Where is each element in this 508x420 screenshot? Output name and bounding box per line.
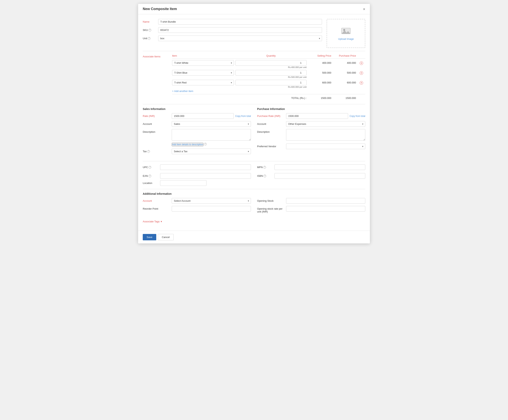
col-selling-price-header: Selling Price [308, 54, 331, 57]
purchase-description-label: Description [257, 129, 286, 133]
add-desc-link[interactable]: Add item details to description [172, 143, 203, 146]
per-unit-1: Rs.400.000 per unit [235, 66, 306, 68]
item-select-3[interactable]: T-shirt Red [172, 80, 234, 85]
name-label: Name [143, 20, 158, 23]
table-row: T-Shirt Blue Rs.500.000 per unit 500.000… [172, 70, 365, 78]
location-label: Location [143, 182, 160, 185]
totals-row: TOTAL (Rs.) : 1500.000 1500.000 [172, 94, 365, 99]
associate-tags-section[interactable]: Associate Tags ▾ [143, 220, 365, 223]
reorder-point-input[interactable] [172, 206, 251, 211]
purchase-account-row: Account Other Expenses Sales Income [257, 121, 365, 127]
additional-account-select[interactable]: Select Account [172, 198, 251, 204]
close-button[interactable]: × [363, 7, 365, 11]
ean-input[interactable] [160, 173, 251, 179]
opening-stock-rate-label: Opening stock rate per unit (INR) [257, 206, 286, 213]
remove-item-3[interactable]: ✕ [358, 80, 365, 85]
quantity-input-1[interactable] [235, 60, 306, 66]
isbn-row: ISBN ? [257, 173, 365, 179]
quantity-wrapper-2: Rs.500.000 per unit [235, 70, 306, 78]
sales-tax-row: Tax ? Select a Tax [143, 149, 251, 154]
modal-title: New Composite Item [143, 7, 177, 11]
quantity-wrapper-1: Rs.400.000 per unit [235, 60, 306, 68]
isbn-input[interactable] [275, 173, 365, 179]
mpn-row: MPN ? [257, 165, 365, 170]
col-quantity-header: Quantity [235, 54, 306, 57]
additional-fields: Account Select Account Reorder Point [143, 198, 365, 215]
unit-help-icon[interactable]: ? [148, 37, 150, 40]
sales-info-title: Sales Information [143, 107, 251, 111]
remove-item-1[interactable]: ✕ [358, 60, 365, 65]
location-input[interactable] [160, 180, 207, 186]
add-desc-help-icon[interactable]: ? [204, 143, 207, 145]
sales-account-select[interactable]: Sales Other Expenses Income [172, 121, 251, 127]
preferred-vendor-select[interactable] [286, 143, 365, 149]
sales-rate-row: Rate (INR) Copy from total [143, 113, 251, 119]
purchase-account-select[interactable]: Other Expenses Sales Income [286, 121, 365, 127]
modal-footer: Save Cancel [138, 231, 370, 243]
modal-header: New Composite Item × [138, 4, 370, 14]
per-unit-2: Rs.500.000 per unit [235, 76, 306, 78]
total-purchase-value: 1500.000 [333, 96, 356, 99]
tax-select[interactable]: Select a Tax [172, 149, 251, 154]
purchase-account-label: Account [257, 121, 286, 125]
opening-stock-rate-row: Opening stock rate per unit (INR) [257, 206, 365, 213]
additional-info-section: Additional Information Account Select Ac… [143, 192, 365, 215]
item-select-1[interactable]: T-shirt White [172, 60, 234, 66]
name-input[interactable] [158, 19, 322, 24]
opening-stock-row: Opening Stock [257, 198, 365, 204]
sales-account-label: Account [143, 121, 172, 125]
sales-description-input[interactable] [172, 129, 251, 141]
purchase-price-3: 600.000 [333, 80, 356, 84]
mpn-help-icon[interactable]: ? [263, 166, 266, 169]
mpn-input[interactable] [275, 165, 365, 170]
purchase-description-input[interactable] [286, 129, 365, 141]
purchase-price-2: 500.000 [333, 70, 356, 74]
reorder-point-row: Reorder Point [143, 206, 251, 211]
associate-tags-chevron-icon: ▾ [161, 220, 162, 223]
tax-help-icon[interactable]: ? [147, 150, 150, 153]
sales-account-row: Account Sales Other Expenses Income [143, 121, 251, 127]
associate-items-label: Associate Items [143, 55, 161, 58]
upload-image-icon [341, 26, 351, 36]
purchase-info-section: Purchase Information Purchase Rate (INR)… [257, 107, 365, 157]
extra-fields-section: UPC ? MPN ? EAN ? [143, 165, 365, 179]
ean-help-icon[interactable]: ? [149, 175, 151, 177]
purchase-rate-input[interactable] [286, 113, 348, 119]
remove-item-2[interactable]: ✕ [358, 70, 365, 75]
additional-account-row: Account Select Account [143, 198, 251, 204]
upc-input[interactable] [160, 165, 251, 170]
sku-label: SKU ? [143, 29, 158, 31]
sales-description-row: Description Add item details to descript… [143, 129, 251, 146]
tax-select-wrapper: Select a Tax [172, 149, 251, 154]
selling-price-1: 400.000 [308, 60, 331, 64]
upload-label: Upload Image [338, 38, 354, 40]
unit-select[interactable]: box unit kg [158, 36, 322, 41]
sales-description-label: Description [143, 129, 172, 133]
sales-account-select-wrapper: Sales Other Expenses Income [172, 121, 251, 127]
item-select-wrapper-3: T-shirt Red [172, 80, 234, 85]
purchase-price-1: 400.000 [333, 60, 356, 64]
associate-tags-label: Associate Tags [143, 220, 160, 223]
purchase-account-select-wrapper: Other Expenses Sales Income [286, 121, 365, 127]
opening-stock-rate-input[interactable] [286, 206, 365, 211]
item-select-2[interactable]: T-Shirt Blue [172, 70, 234, 75]
isbn-label: ISBN [257, 174, 263, 177]
upload-box[interactable]: Upload Image [327, 19, 365, 48]
purchase-copy-from-total-button[interactable]: Copy from total [350, 115, 365, 118]
sales-rate-input[interactable] [172, 113, 234, 119]
cancel-button[interactable]: Cancel [158, 234, 174, 240]
mpn-label: MPN [257, 166, 263, 169]
add-another-item-button[interactable]: + Add another item [172, 90, 193, 92]
reorder-point-label: Reorder Point [143, 206, 172, 210]
quantity-input-2[interactable] [235, 70, 306, 75]
quantity-input-3[interactable] [235, 80, 306, 85]
per-unit-3: Rs.600.000 per unit [235, 86, 306, 88]
sales-copy-from-total-button[interactable]: Copy from total [235, 115, 251, 118]
sku-help-icon[interactable]: ? [149, 29, 151, 31]
isbn-help-icon[interactable]: ? [263, 175, 266, 177]
upc-help-icon[interactable]: ? [149, 166, 151, 169]
total-selling-value: 1500.000 [308, 96, 331, 99]
sku-input[interactable] [158, 27, 322, 33]
opening-stock-input[interactable] [286, 198, 365, 204]
save-button[interactable]: Save [143, 234, 156, 240]
